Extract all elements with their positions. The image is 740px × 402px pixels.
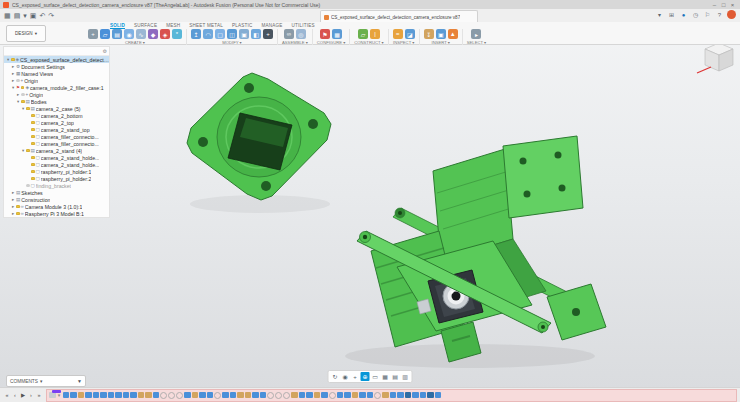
browser-item-raspberry-pi-3-model-b-1[interactable]: ▸∞Raspberry Pi 3 Model B:1 (4, 210, 109, 217)
browser-item-camera-2-stand-4[interactable]: ▾▤camera_2_stand (4) (4, 147, 109, 154)
visibility-bulb-icon[interactable] (21, 100, 25, 104)
plate-hole[interactable] (308, 119, 318, 129)
timeline-feature-icon[interactable] (382, 392, 389, 399)
expander-icon[interactable]: ▸ (16, 92, 20, 97)
visibility-bulb-icon[interactable] (31, 177, 35, 181)
timeline-sketch-icon[interactable] (115, 392, 122, 399)
timeline-sketch-icon[interactable] (260, 392, 267, 399)
timeline-suppressed-feature-icon[interactable] (176, 392, 183, 399)
timeline-sketch-icon[interactable] (435, 392, 442, 399)
display-settings-icon[interactable]: ▦ (381, 372, 390, 381)
undo-icon[interactable]: ↶ (39, 10, 45, 21)
timeline-feature-icon[interactable] (78, 392, 85, 399)
configuration-icon[interactable]: ⚑ (320, 29, 330, 39)
joint-icon[interactable]: ∞ (284, 29, 294, 39)
move-copy-icon[interactable]: + (263, 29, 273, 39)
fillet-icon[interactable]: ◠ (203, 29, 213, 39)
visibility-bulb-icon[interactable] (31, 170, 35, 174)
visibility-bulb-icon[interactable] (31, 156, 35, 160)
sweep-icon[interactable]: ∿ (136, 29, 146, 39)
timeline-sketch-icon[interactable] (70, 392, 77, 399)
tab-solid[interactable]: SOLID (110, 23, 125, 29)
generative-design-icon[interactable]: ◈ (160, 29, 170, 39)
timeline-sketch-icon[interactable] (123, 392, 130, 399)
timeline-sketch-icon[interactable] (252, 392, 259, 399)
timeline-sketch-icon[interactable] (93, 392, 100, 399)
timeline-suppressed-feature-icon[interactable] (168, 392, 175, 399)
browser-item-raspberry-pi-holder-2[interactable]: ▢raspberry_pi_holder:2 (4, 175, 109, 182)
browser-item-construction[interactable]: ▸▤Construction (4, 196, 109, 203)
orbit-icon[interactable]: ↻ (331, 372, 340, 381)
timeline-suppressed-feature-icon[interactable] (160, 392, 167, 399)
timeline-sketch-icon[interactable] (153, 392, 160, 399)
save-icon[interactable]: ▣ (30, 10, 37, 21)
timeline-document-icon[interactable] (49, 392, 56, 399)
timeline-feature-icon[interactable] (145, 392, 152, 399)
browser-item-camera-2-bottom[interactable]: ▢camera_2_bottom (4, 112, 109, 119)
visibility-bulb-icon[interactable] (16, 205, 20, 209)
timeline-sketch-icon[interactable] (306, 392, 313, 399)
file-menu-icon[interactable]: ▤ (14, 10, 21, 21)
look-at-icon[interactable]: ◉ (341, 372, 350, 381)
timeline-feature-icon[interactable] (138, 392, 145, 399)
browser-item-document-settings[interactable]: ▸⚙Document Settings (4, 63, 109, 70)
extensions-icon[interactable]: ⊞ (667, 10, 676, 19)
mount-plate-hole[interactable] (555, 152, 562, 159)
tab-list-caret-icon[interactable]: ▾ (655, 10, 664, 19)
expander-icon[interactable]: ▸ (11, 211, 15, 216)
maximize-button[interactable]: □ (719, 1, 728, 9)
timeline-sketch-icon[interactable] (230, 392, 237, 399)
timeline-suppressed-feature-icon[interactable] (267, 392, 274, 399)
camera-stand-assembly-model[interactable] (357, 136, 606, 362)
timeline-sketch-icon[interactable] (412, 392, 419, 399)
configuration-table-icon[interactable]: ▦ (332, 29, 342, 39)
visibility-bulb-icon[interactable] (26, 184, 30, 188)
visibility-bulb-icon[interactable] (16, 79, 20, 83)
insert-derive-icon[interactable]: ↧ (424, 29, 434, 39)
expander-icon[interactable]: ▸ (11, 204, 15, 209)
plate-hole[interactable] (261, 181, 271, 191)
timeline-position-marker[interactable] (52, 390, 61, 393)
plate-hole[interactable] (244, 83, 254, 93)
timeline-sketch-icon[interactable] (397, 392, 404, 399)
expander-icon[interactable]: ▸ (11, 64, 15, 69)
timeline-feature-icon[interactable] (192, 392, 199, 399)
timeline-feature-dark-icon[interactable] (427, 392, 434, 399)
visibility-bulb-icon[interactable] (26, 107, 30, 111)
mount-plate-hole[interactable] (524, 191, 531, 198)
timeline-sketch-icon[interactable] (207, 392, 214, 399)
browser-item-named-views[interactable]: ▸▦Named Views (4, 70, 109, 77)
browser-item-camera-2-stand-holde[interactable]: ▢camera_2_stand_holde... (4, 154, 109, 161)
pan-icon[interactable]: + (351, 372, 360, 381)
side-bracket-hole[interactable] (572, 308, 580, 316)
pattern-icon[interactable]: * (172, 29, 182, 39)
browser-item-bodies[interactable]: ▾▤Bodies (4, 98, 109, 105)
timeline-sketch-icon[interactable] (337, 392, 344, 399)
construction-axis-icon[interactable]: | (370, 29, 380, 39)
timeline-sketch-icon[interactable] (222, 392, 229, 399)
step-back-button[interactable]: ‹ (11, 391, 19, 400)
visibility-bulb-icon[interactable] (31, 135, 35, 139)
browser-item-camera-2-case-5[interactable]: ▾▤camera_2_case (5) (4, 105, 109, 112)
browser-item-camera-2-stand-top[interactable]: ▢camera_2_stand_top (4, 126, 109, 133)
tab-plastic[interactable]: PLASTIC (232, 23, 253, 28)
mount-plate-hole[interactable] (520, 158, 527, 165)
visibility-bulb-icon[interactable] (21, 93, 25, 97)
tab-utilities[interactable]: UTILITIES (292, 23, 315, 28)
revolve-icon[interactable]: ◉ (124, 29, 134, 39)
browser-item-camera-2-stand-holde[interactable]: ▢camera_2_stand_holde... (4, 161, 109, 168)
browser-item-finding-bracket[interactable]: ▢finding_bracket (4, 182, 109, 189)
mount-plate[interactable] (503, 136, 583, 218)
tab-mesh[interactable]: MESH (166, 23, 180, 28)
timeline-sketch-icon[interactable] (321, 392, 328, 399)
tab-manage[interactable]: MANAGE (261, 23, 282, 28)
expander-icon[interactable]: ▾ (11, 85, 15, 90)
visibility-bulb-icon[interactable] (31, 163, 35, 167)
browser-item-cs-exposed-surface-defect-detection-came[interactable]: ▾◈CS_exposed_surface_defect_detection_ca… (4, 56, 109, 63)
construction-plane-icon[interactable]: ▱ (358, 29, 368, 39)
data-panel-icon[interactable]: ▦ (4, 10, 11, 21)
redo-icon[interactable]: ↷ (48, 10, 54, 21)
notifications-icon[interactable]: ⚐ (703, 10, 712, 19)
tab-surface[interactable]: SURFACE (134, 23, 157, 28)
visibility-bulb-icon[interactable] (21, 86, 25, 90)
